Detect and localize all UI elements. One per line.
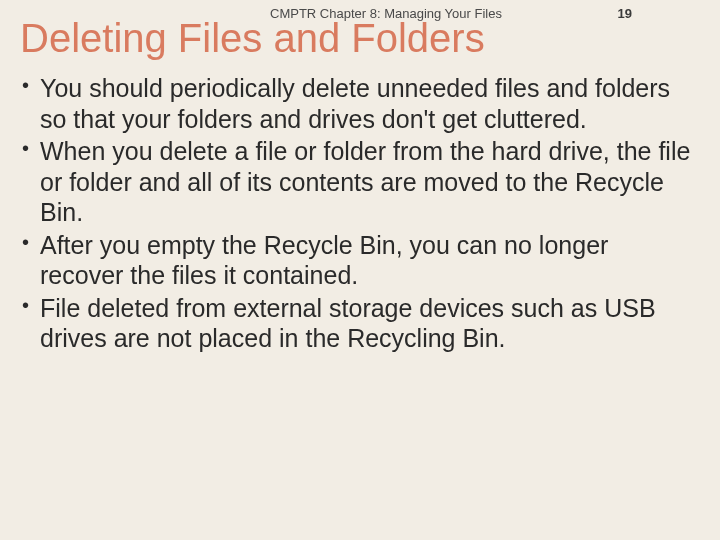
list-item: You should periodically delete unneeded … xyxy=(22,73,698,134)
list-item: After you empty the Recycle Bin, you can… xyxy=(22,230,698,291)
bullet-list: You should periodically delete unneeded … xyxy=(0,69,720,354)
page-number: 19 xyxy=(618,6,632,21)
list-item: When you delete a file or folder from th… xyxy=(22,136,698,228)
list-item: File deleted from external storage devic… xyxy=(22,293,698,354)
chapter-label: CMPTR Chapter 8: Managing Your Files xyxy=(270,6,502,21)
